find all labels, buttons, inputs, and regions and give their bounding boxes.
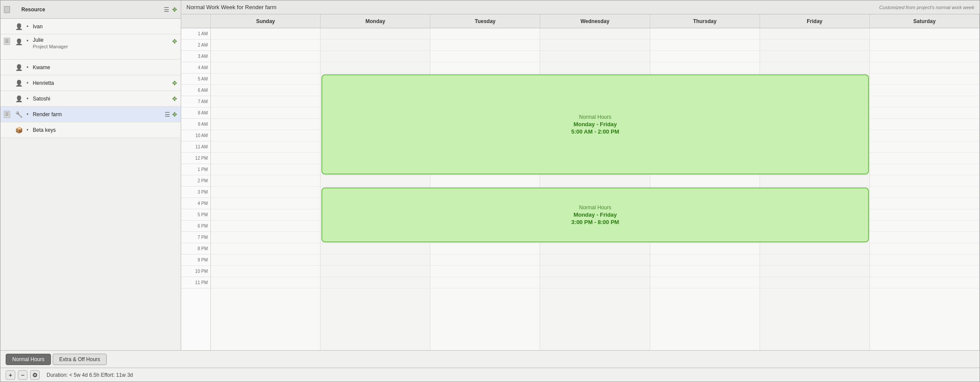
box-icon xyxy=(14,126,23,134)
day-header-tuesday: Tuesday xyxy=(430,14,540,28)
grid-row-line xyxy=(211,28,980,40)
status-bar: + − ⚙ Duration: < 5w 4d 6.5h Effort: 11w… xyxy=(0,368,980,382)
tab-normal-hours[interactable]: Normal Hours xyxy=(6,354,51,365)
bottom-tabs: Normal Hours Extra & Off Hours xyxy=(0,350,980,368)
column-action-icons: ☰ ✥ xyxy=(164,6,177,13)
customized-label: Customized from project's normal work we… xyxy=(879,5,974,10)
grid-row-line xyxy=(211,243,980,255)
grid-row-line xyxy=(211,40,980,51)
resource-grid-icon: ✥ xyxy=(172,111,177,118)
time-slot: 7 AM xyxy=(181,96,210,107)
time-column: 1 AM2 AM3 AM4 AM5 AM6 AM7 AM8 AM9 AM10 A… xyxy=(181,28,211,350)
day-header-wednesday: Wednesday xyxy=(540,14,650,28)
resource-grid-icon: ✥ xyxy=(172,80,177,87)
schedule-block[interactable]: Normal HoursMonday - Friday5:00 AM - 2:0… xyxy=(321,74,869,174)
time-slot: 3 AM xyxy=(181,51,210,62)
resource-grid-icon: ✥ xyxy=(172,38,177,45)
list-item[interactable]: • Satoshi ✥ xyxy=(0,91,181,107)
time-slot: 6 PM xyxy=(181,221,210,232)
resource-lines-icon: ☰ xyxy=(165,111,170,118)
block-days: Monday - Friday xyxy=(574,121,617,127)
grid-row-line xyxy=(211,51,980,62)
row-doc-indicator xyxy=(3,111,11,118)
time-slot: 9 AM xyxy=(181,119,210,130)
right-panel: Normal Work Week for Render farm Customi… xyxy=(181,0,980,350)
grid-row-line xyxy=(211,175,980,187)
time-slot: 10 PM xyxy=(181,266,210,277)
time-slot: 6 AM xyxy=(181,85,210,96)
time-slot: 10 AM xyxy=(181,130,210,141)
days-header: Sunday Monday Tuesday Wednesday Thursday… xyxy=(181,14,980,28)
grid-row-line xyxy=(211,277,980,288)
main-content: Resource ☰ ✥ • Ivan xyxy=(0,0,980,350)
list-item[interactable]: • Julie Project Manager ✥ xyxy=(0,34,181,60)
wrench-icon xyxy=(14,110,23,119)
time-slot: 4 AM xyxy=(181,62,210,74)
calendar-header: Normal Work Week for Render farm Customi… xyxy=(181,0,980,14)
list-item[interactable]: • Henrietta ✥ xyxy=(0,75,181,91)
left-panel: Resource ☰ ✥ • Ivan xyxy=(0,0,181,350)
status-text: Duration: < 5w 4d 6.5h Effort: 11w 3d xyxy=(47,372,133,378)
time-slot: 7 PM xyxy=(181,232,210,243)
settings-button[interactable]: ⚙ xyxy=(30,370,40,380)
grid-view-icon[interactable]: ✥ xyxy=(172,6,177,13)
block-time: 5:00 AM - 2:00 PM xyxy=(571,128,619,135)
list-item[interactable]: • Kwame xyxy=(0,60,181,75)
time-col-spacer xyxy=(181,14,211,28)
list-item[interactable]: • Beta keys xyxy=(0,122,181,138)
person-icon xyxy=(14,22,23,31)
time-slot: 3 PM xyxy=(181,187,210,198)
calendar-title: Normal Work Week for Render farm xyxy=(186,4,277,10)
resource-column-header: Resource xyxy=(21,7,159,13)
person-icon xyxy=(14,94,23,103)
day-header-monday: Monday xyxy=(321,14,430,28)
time-slot: 8 PM xyxy=(181,243,210,255)
resource-list: • Ivan • Julie Project Manager ✥ xyxy=(0,19,181,350)
day-header-thursday: Thursday xyxy=(650,14,760,28)
status-buttons: + − ⚙ xyxy=(6,370,40,380)
block-time: 3:00 PM - 8:00 PM xyxy=(571,219,619,225)
block-days: Monday - Friday xyxy=(574,211,617,218)
block-label: Normal Hours xyxy=(579,114,611,120)
day-header-sunday: Sunday xyxy=(211,14,321,28)
left-header: Resource ☰ ✥ xyxy=(0,0,181,19)
time-slot: 1 PM xyxy=(181,164,210,175)
list-item[interactable]: • Render farm ☰ ✥ xyxy=(0,107,181,122)
time-slot: 9 PM xyxy=(181,255,210,266)
calendar-body: 1 AM2 AM3 AM4 AM5 AM6 AM7 AM8 AM9 AM10 A… xyxy=(181,28,980,350)
time-slot: 1 AM xyxy=(181,28,210,40)
person-icon xyxy=(14,37,23,46)
days-area: Normal HoursMonday - Friday5:00 AM - 2:0… xyxy=(211,28,980,350)
app-container: Resource ☰ ✥ • Ivan xyxy=(0,0,980,382)
time-slot: 12 PM xyxy=(181,153,210,164)
grid-row-line xyxy=(211,255,980,266)
time-slot: 2 PM xyxy=(181,175,210,187)
schedule-block[interactable]: Normal HoursMonday - Friday3:00 PM - 8:0… xyxy=(321,188,869,242)
type-col-header xyxy=(4,6,10,13)
day-header-friday: Friday xyxy=(760,14,870,28)
remove-button[interactable]: − xyxy=(18,370,27,380)
block-label: Normal Hours xyxy=(579,204,611,211)
list-view-icon[interactable]: ☰ xyxy=(164,6,169,13)
grid-row-line xyxy=(211,266,980,277)
grid-row-line xyxy=(211,62,980,74)
person-icon xyxy=(14,79,23,87)
person-icon xyxy=(14,63,23,72)
time-slot: 4 PM xyxy=(181,198,210,209)
time-slot: 11 PM xyxy=(181,277,210,288)
time-slot: 5 AM xyxy=(181,74,210,85)
time-slot: 11 AM xyxy=(181,141,210,153)
tab-extra-off-hours[interactable]: Extra & Off Hours xyxy=(53,354,107,365)
resource-grid-icon: ✥ xyxy=(172,95,177,102)
time-slot: 2 AM xyxy=(181,40,210,51)
list-item[interactable]: • Ivan xyxy=(0,19,181,34)
time-slot: 8 AM xyxy=(181,107,210,119)
time-slot: 5 PM xyxy=(181,209,210,221)
add-button[interactable]: + xyxy=(6,370,15,380)
row-doc-indicator xyxy=(3,38,11,45)
day-header-saturday: Saturday xyxy=(870,14,980,28)
